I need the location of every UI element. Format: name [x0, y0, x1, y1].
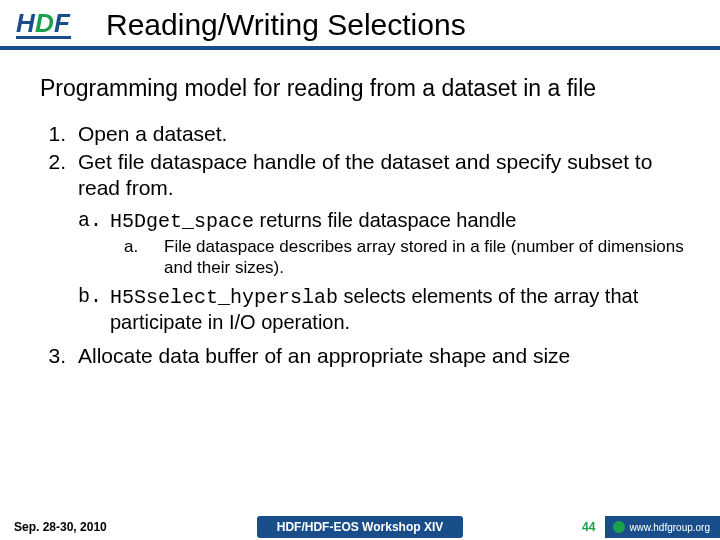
slide-title: Reading/Writing Selections: [106, 8, 466, 42]
footer-date: Sep. 28-30, 2010: [0, 520, 200, 534]
slide-header: H D F Reading/Writing Selections: [0, 0, 720, 46]
svg-text:D: D: [35, 8, 54, 38]
slide-footer: Sep. 28-30, 2010 HDF/HDF-EOS Workshop XI…: [0, 514, 720, 540]
svg-text:H: H: [16, 8, 36, 38]
substep-letter: b.: [78, 284, 110, 335]
svg-rect-3: [16, 36, 71, 39]
intro-text: Programming model for reading from a dat…: [40, 74, 686, 103]
subsubstep-letter: a.: [124, 236, 164, 279]
subsubstep-text: File dataspace describes array stored in…: [164, 236, 686, 279]
step-1: 1. Open a dataset.: [40, 121, 686, 147]
footer-right: 44 www.hdfgroup.org: [520, 516, 720, 538]
substep-text: H5Sselect_hyperslab selects elements of …: [110, 284, 686, 335]
page-number: 44: [582, 520, 595, 534]
step-number: 2.: [40, 149, 78, 202]
code-h5sselect-hyperslab: H5Sselect_hyperslab: [110, 286, 338, 309]
substeps-list-b: b. H5Sselect_hyperslab selects elements …: [78, 284, 686, 335]
substep-letter: a.: [78, 208, 110, 234]
step-2: 2. Get file dataspace handle of the data…: [40, 149, 686, 202]
globe-icon: [613, 521, 625, 533]
step-text: Allocate data buffer of an appropriate s…: [78, 343, 686, 369]
svg-text:F: F: [54, 8, 71, 38]
footer-workshop: HDF/HDF-EOS Workshop XIV: [257, 516, 463, 538]
steps-list: 1. Open a dataset. 2. Get file dataspace…: [40, 121, 686, 202]
subsubstep-2a-a: a. File dataspace describes array stored…: [124, 236, 686, 279]
substep-2a: a. H5Dget_space returns file dataspace h…: [78, 208, 686, 234]
footer-center-wrap: HDF/HDF-EOS Workshop XIV: [200, 516, 520, 538]
steps-list-cont: 3. Allocate data buffer of an appropriat…: [40, 343, 686, 369]
code-h5dget-space: H5Dget_space: [110, 210, 254, 233]
subsubsteps-list: a. File dataspace describes array stored…: [124, 236, 686, 279]
substep-rest: returns file dataspace handle: [254, 209, 516, 231]
step-number: 1.: [40, 121, 78, 147]
site-url: www.hdfgroup.org: [629, 522, 710, 533]
step-3: 3. Allocate data buffer of an appropriat…: [40, 343, 686, 369]
hdf-logo: H D F: [16, 8, 76, 42]
step-text: Get file dataspace handle of the dataset…: [78, 149, 686, 202]
substep-2b: b. H5Sselect_hyperslab selects elements …: [78, 284, 686, 335]
slide-body: Programming model for reading from a dat…: [0, 50, 720, 369]
hdfgroup-badge: www.hdfgroup.org: [605, 516, 720, 538]
substeps-list: a. H5Dget_space returns file dataspace h…: [78, 208, 686, 234]
step-number: 3.: [40, 343, 78, 369]
substep-text: H5Dget_space returns file dataspace hand…: [110, 208, 686, 234]
step-text: Open a dataset.: [78, 121, 686, 147]
